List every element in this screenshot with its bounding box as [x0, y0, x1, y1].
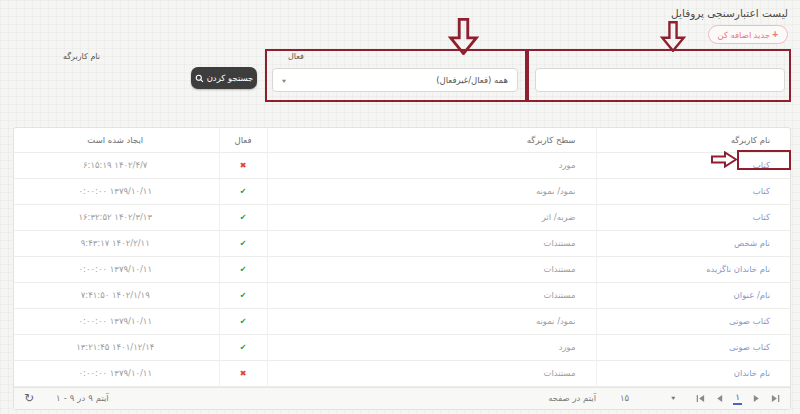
active-status-cell: ✖ — [219, 360, 267, 386]
chevron-down-icon: ▾ — [282, 76, 286, 83]
worksheet-name-link[interactable]: نام/ عنوان — [734, 290, 770, 300]
search-icon — [195, 74, 204, 83]
last-page-button[interactable] — [770, 393, 780, 403]
active-status-cell: ✔ — [219, 230, 267, 256]
worksheet-name-label: نام کاربرگه — [63, 52, 100, 61]
add-new-button[interactable]: + جدید اضافه کن — [708, 25, 788, 44]
items-range-text: ۱-۹در۹آیتم — [56, 393, 109, 403]
active-status-cell: ✔ — [219, 178, 267, 204]
worksheets-table: نام کاربرگه سطح کاربرگه فعال ایجاد شده ا… — [13, 127, 791, 410]
worksheet-level-cell: نمود/ نمونه — [267, 178, 596, 204]
check-icon: ✔ — [240, 239, 247, 248]
table-row: کتابنمود/ نمونه✔۱۳۷۹/۱۰/۱۱ ۰:۰۰:۰۰ — [12, 178, 790, 204]
col-header-active[interactable]: فعال — [219, 128, 267, 152]
check-icon: ✔ — [240, 213, 247, 222]
page-title: لیست اعتبارسنجی پروفایل — [671, 7, 788, 19]
pager: آیتم در صفحه ۱۵ ▾ ۱ — [548, 392, 780, 405]
cross-icon: ✖ — [240, 161, 247, 170]
cross-icon: ✖ — [240, 369, 247, 378]
plus-icon: + — [772, 29, 778, 40]
col-header-created[interactable]: ایجاد شده است — [12, 128, 219, 152]
table-row: نام خاندان ناگزیدهمستندات✔۱۳۷۹/۱۰/۱۱ ۰:۰… — [12, 256, 790, 282]
check-icon: ✔ — [240, 343, 247, 352]
created-date-cell: ۱۴۰۱/۱۲/۱۴ ۱۳:۲۱:۴۵ — [12, 334, 219, 360]
annotation-arrow-down-active-filter — [445, 18, 482, 55]
next-page-button[interactable] — [751, 393, 761, 403]
items-per-page-value[interactable]: ۱۵ — [620, 393, 629, 403]
worksheet-level-cell: ضربه/ اثر — [267, 204, 596, 230]
per-page-chevron-icon[interactable]: ▾ — [671, 395, 675, 402]
table-row: نام خاندانمستندات✖۱۳۷۹/۱۰/۱۱ ۰:۰۰:۰۰ — [12, 360, 790, 386]
check-icon: ✔ — [240, 187, 247, 196]
previous-page-button[interactable] — [714, 393, 724, 403]
active-status-cell: ✔ — [219, 282, 267, 308]
active-filter-select[interactable]: همه (فعال/غیرفعال) ▾ — [272, 68, 518, 92]
search-button[interactable]: جستجو کردن — [191, 67, 257, 89]
col-header-worksheet-level[interactable]: سطح کاربرگه — [267, 128, 596, 152]
worksheet-name-link[interactable]: کتاب — [753, 160, 770, 170]
table-row: کتابمورد✖۱۴۰۲/۴/۷ ۶:۱۵:۱۹ — [12, 152, 790, 178]
worksheet-name-link[interactable]: نام خاندان — [734, 368, 770, 378]
worksheet-level-cell: مستندات — [267, 282, 596, 308]
table-row: کتاب صوتینمود/ نمونه✔۱۳۷۹/۱۰/۱۱ ۰:۰۰:۰۰ — [12, 308, 790, 334]
worksheet-level-cell: مستندات — [267, 256, 596, 282]
active-filter-label: فعال — [288, 52, 304, 61]
created-date-cell: ۱۳۷۹/۱۰/۱۱ ۰:۰۰:۰۰ — [12, 256, 219, 282]
worksheet-name-link[interactable]: کتاب — [753, 186, 770, 196]
worksheet-level-cell: مورد — [267, 152, 596, 178]
col-header-worksheet-name[interactable]: نام کاربرگه — [596, 128, 790, 152]
table-footer: ↻ ۱-۹در۹آیتم آیتم در صفحه ۱۵ ▾ ۱ — [14, 387, 790, 410]
created-date-cell: ۱۴۰۲/۲/۱۱ ۹:۴۳:۱۷ — [12, 230, 219, 256]
created-date-cell: ۱۴۰۲/۴/۷ ۶:۱۵:۱۹ — [12, 152, 219, 178]
created-date-cell: ۱۳۷۹/۱۰/۱۱ ۰:۰۰:۰۰ — [12, 178, 219, 204]
worksheet-name-link[interactable]: کتاب — [753, 212, 770, 222]
active-status-cell: ✔ — [219, 334, 267, 360]
first-page-button[interactable] — [695, 393, 705, 403]
table-row: نام/ عنوانمستندات✔۱۴۰۲/۱/۱۹ ۷:۴۱:۵۰ — [12, 282, 790, 308]
table-row: کتاب صوتیمورد✔۱۴۰۱/۱۲/۱۴ ۱۳:۲۱:۴۵ — [12, 334, 790, 360]
check-icon: ✔ — [240, 291, 247, 300]
created-date-cell: ۱۳۷۹/۱۰/۱۱ ۰:۰۰:۰۰ — [12, 360, 219, 386]
check-icon: ✔ — [240, 265, 247, 274]
worksheet-level-cell: مستندات — [267, 230, 596, 256]
table-row: کتابضربه/ اثر✔۱۴۰۲/۳/۱۳ ۱۶:۳۲:۵۲ — [12, 204, 790, 230]
worksheet-level-cell: مستندات — [267, 360, 596, 386]
active-status-cell: ✔ — [219, 308, 267, 334]
worksheet-name-link[interactable]: کتاب صوتی — [729, 342, 770, 352]
worksheet-name-link[interactable]: نام شخص — [734, 238, 770, 248]
items-per-page-label: آیتم در صفحه — [548, 393, 596, 403]
worksheet-name-link[interactable]: کتاب صوتی — [729, 316, 770, 326]
annotation-arrow-down-name-filter — [656, 21, 690, 52]
active-filter-value: همه (فعال/غیرفعال) — [436, 75, 508, 85]
worksheet-level-cell: مورد — [267, 334, 596, 360]
worksheet-name-link[interactable]: نام خاندان ناگزیده — [706, 264, 770, 274]
refresh-icon[interactable]: ↻ — [24, 392, 34, 404]
search-button-label: جستجو کردن — [207, 73, 254, 83]
table-row: نام شخصمستندات✔۱۴۰۲/۲/۱۱ ۹:۴۳:۱۷ — [12, 230, 790, 256]
current-page-number[interactable]: ۱ — [733, 392, 742, 405]
created-date-cell: ۱۴۰۲/۳/۱۳ ۱۶:۳۲:۵۲ — [12, 204, 219, 230]
active-status-cell: ✔ — [219, 204, 267, 230]
page: { "page": { "title": "لیست اعتبارسنجی پر… — [0, 0, 800, 414]
active-status-cell: ✖ — [219, 152, 267, 178]
active-status-cell: ✔ — [219, 256, 267, 282]
worksheet-level-cell: نمود/ نمونه — [267, 308, 596, 334]
check-icon: ✔ — [240, 317, 247, 326]
worksheet-name-input[interactable] — [535, 68, 785, 92]
created-date-cell: ۱۳۷۹/۱۰/۱۱ ۰:۰۰:۰۰ — [12, 308, 219, 334]
add-new-label: جدید اضافه کن — [718, 30, 771, 40]
table-header-row: نام کاربرگه سطح کاربرگه فعال ایجاد شده ا… — [12, 128, 790, 152]
created-date-cell: ۱۴۰۲/۱/۱۹ ۷:۴۱:۵۰ — [12, 282, 219, 308]
